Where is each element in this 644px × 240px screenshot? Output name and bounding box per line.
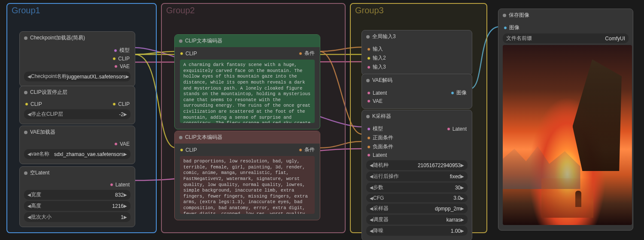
chevron-left-icon[interactable]: ◀ (27, 74, 31, 79)
output-latent[interactable]: Latent (447, 124, 467, 133)
node-graph-canvas[interactable]: Group1 Group2 Group3 Checkpoint加载器(简易) 模… (0, 0, 644, 240)
chevron-right-icon[interactable]: ▶ (126, 74, 129, 79)
output-clip[interactable]: CLIP (112, 100, 130, 108)
input-negative[interactable]: 负面条件 (367, 142, 393, 151)
node-clip-text-negative[interactable]: CLIP文本编码器 CLIP 条件 bad proportions, low r… (174, 131, 320, 220)
node-vae-loader[interactable]: VAE加载器 VAE ◀ vae名称 sdxl_zhamao_vae.safet… (19, 126, 135, 164)
node-title: CLIP文本编码器 (175, 35, 320, 47)
group-3-title: Group3 (355, 6, 384, 15)
input-1[interactable]: 输入 (367, 45, 383, 54)
widget-vae-name[interactable]: ◀ vae名称 sdxl_zhamao_vae.safetensors ▶ (24, 149, 131, 159)
node-title: VAE加载器 (20, 126, 135, 138)
widget-cfg[interactable]: ◀CFG3.0▶ (366, 194, 468, 202)
node-title: K采样器 (362, 110, 472, 123)
output-image-preview[interactable] (503, 45, 632, 225)
group-2-title: Group2 (166, 6, 195, 15)
node-title: 保存图像 (498, 9, 633, 21)
chevron-left-icon[interactable]: ◀ (27, 112, 31, 117)
input-model[interactable]: 模型 (367, 124, 383, 133)
node-title: VAE解码 (362, 74, 472, 87)
widget-sampler[interactable]: ◀采样器dpmpp_2m▶ (366, 204, 468, 213)
widget-steps[interactable]: ◀步数30▶ (366, 183, 468, 192)
node-title: 全局输入3 (362, 30, 472, 43)
input-vae[interactable]: VAE (367, 97, 383, 105)
node-vae-decode[interactable]: VAE解码 Latent 图像 VAE (361, 74, 472, 109)
chevron-left-icon[interactable]: ◀ (27, 152, 31, 156)
widget-height[interactable]: ◀高度1216▶ (24, 201, 131, 211)
node-title: CLIP文本编码器 (175, 131, 320, 144)
output-model[interactable]: 模型 (114, 46, 130, 55)
node-title: Checkpoint加载器(简易) (20, 32, 135, 44)
widget-stop-layer[interactable]: ◀ 停止在CLIP层 -2 ▶ (24, 109, 131, 119)
chevron-right-icon[interactable]: ▶ (124, 112, 127, 117)
input-latent[interactable]: Latent (367, 151, 387, 159)
input-clip[interactable]: CLIP (25, 100, 42, 108)
output-latent[interactable]: Latent (110, 181, 130, 189)
node-empty-latent[interactable]: 空Latent Latent ◀宽度832▶ ◀高度1216▶ ◀批次大小1▶ (19, 166, 135, 227)
group-1-title: Group1 (12, 6, 40, 15)
output-vae[interactable]: VAE (114, 140, 130, 148)
input-clip[interactable]: CLIP (180, 145, 197, 154)
input-2[interactable]: 输入2 (367, 54, 386, 63)
widget-filename-prefix[interactable]: 文件名前缀 ComfyUI (503, 33, 629, 43)
input-image[interactable]: 图像 (504, 23, 519, 32)
node-title: CLIP设置停止层 (20, 86, 135, 99)
text-input-negative[interactable]: bad proportions, low resolution, bad, ug… (180, 156, 315, 214)
node-global-input[interactable]: 全局输入3 输入 输入2 输入3 (361, 30, 472, 75)
node-save-image[interactable]: 保存图像 图像 文件名前缀 ComfyUI (498, 9, 633, 231)
widget-scheduler[interactable]: ◀调度器karras▶ (366, 215, 468, 225)
input-3[interactable]: 输入3 (367, 63, 386, 72)
widget-after-run[interactable]: ◀运行后操作fixed▶ (366, 171, 468, 181)
output-image[interactable]: 图像 (451, 88, 467, 97)
input-clip[interactable]: CLIP (180, 49, 197, 58)
widget-batch[interactable]: ◀批次大小1▶ (24, 212, 131, 222)
chevron-right-icon[interactable]: ▶ (124, 152, 127, 156)
node-title: 空Latent (20, 167, 135, 179)
output-conditioning[interactable]: 条件 (299, 49, 315, 58)
node-ksampler[interactable]: K采样器 模型 Latent 正面条件 负面条件 Latent ◀随机种2105… (361, 110, 472, 240)
widget-checkpoint-name[interactable]: ◀ Checkpoint名称 juggernautXL.safetensors … (24, 72, 131, 81)
widget-width[interactable]: ◀宽度832▶ (24, 190, 131, 200)
node-checkpoint-loader[interactable]: Checkpoint加载器(简易) 模型 CLIP VAE ◀ Checkpoi… (19, 31, 135, 87)
text-input-positive[interactable]: A charming dark fantasy scene with a hug… (180, 60, 315, 123)
widget-seed[interactable]: ◀随机种210516722940953▶ (366, 160, 468, 170)
output-clip[interactable]: CLIP (112, 55, 130, 63)
node-clip-text-positive[interactable]: CLIP文本编码器 CLIP 条件 A charming dark fantas… (174, 34, 320, 129)
input-positive[interactable]: 正面条件 (367, 133, 393, 142)
output-conditioning[interactable]: 条件 (299, 145, 315, 154)
node-clip-stop-layer[interactable]: CLIP设置停止层 CLIP CLIP ◀ 停止在CLIP层 -2 ▶ (19, 86, 135, 124)
output-vae[interactable]: VAE (114, 63, 130, 70)
widget-denoise[interactable]: ◀降噪1.00▶ (366, 226, 468, 236)
input-latent[interactable]: Latent (367, 88, 387, 97)
